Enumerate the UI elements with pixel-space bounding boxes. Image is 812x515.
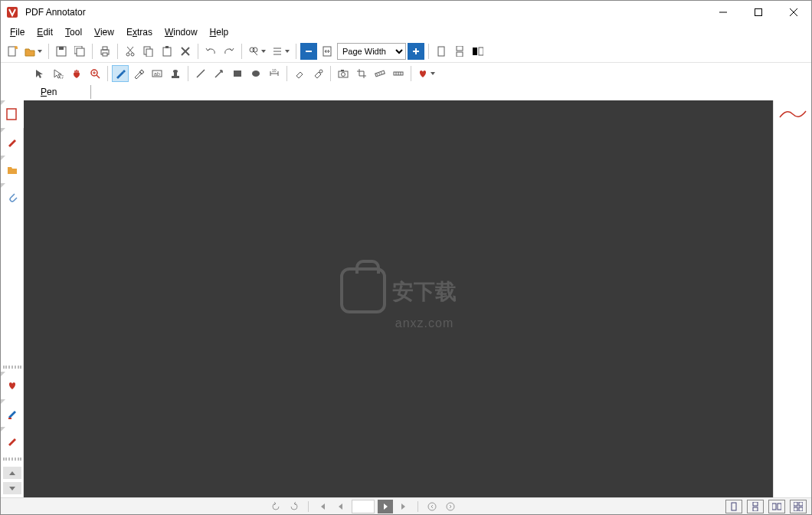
stamp-tool[interactable] bbox=[167, 65, 184, 82]
separator bbox=[308, 501, 309, 512]
line-tool[interactable] bbox=[192, 65, 209, 82]
marker-tool[interactable] bbox=[130, 65, 147, 82]
menu-edit[interactable]: Edit bbox=[31, 25, 59, 39]
layout-two-page-button[interactable] bbox=[768, 500, 785, 513]
svg-rect-63 bbox=[375, 71, 385, 77]
sidebar-tab-bookmarks[interactable] bbox=[1, 156, 24, 183]
paste-button[interactable] bbox=[159, 43, 175, 60]
delete-button[interactable] bbox=[177, 43, 194, 60]
svg-rect-13 bbox=[103, 53, 107, 56]
sidebar-tab-attachments[interactable] bbox=[1, 183, 24, 211]
heart-icon bbox=[7, 380, 18, 391]
first-page-button[interactable] bbox=[315, 500, 330, 513]
sidebar-tab-pen-history[interactable] bbox=[1, 399, 24, 427]
menu-view[interactable]: View bbox=[88, 25, 120, 39]
ellipse-tool[interactable] bbox=[247, 65, 264, 82]
erase-area-tool[interactable] bbox=[309, 65, 326, 82]
ruler-tool[interactable] bbox=[372, 65, 388, 82]
layout-two-continuous-button[interactable] bbox=[790, 500, 807, 513]
last-page-button[interactable] bbox=[396, 500, 411, 513]
sidebar-tab-favorites[interactable] bbox=[1, 372, 24, 399]
svg-point-54 bbox=[252, 71, 260, 77]
find-button[interactable] bbox=[246, 43, 268, 60]
page-indicator[interactable] bbox=[352, 500, 375, 513]
next-page-button[interactable] bbox=[378, 500, 393, 513]
magnify-tool[interactable] bbox=[87, 65, 103, 82]
crop-tool[interactable] bbox=[353, 65, 370, 82]
cut-button[interactable] bbox=[122, 43, 139, 60]
zoom-select[interactable]: Page Width bbox=[337, 43, 406, 60]
zoom-out-button[interactable] bbox=[300, 43, 317, 60]
separator bbox=[286, 66, 287, 81]
measure-tool[interactable] bbox=[390, 65, 407, 82]
separator bbox=[411, 66, 411, 81]
undo-button[interactable] bbox=[202, 43, 219, 60]
continuous-page-button[interactable] bbox=[451, 43, 468, 60]
rail-divider[interactable] bbox=[3, 458, 21, 461]
zoom-in-button[interactable] bbox=[408, 43, 424, 60]
favorite-button[interactable] bbox=[415, 65, 437, 82]
print-button[interactable] bbox=[97, 43, 113, 60]
separator bbox=[92, 44, 93, 59]
rotate-right-button[interactable] bbox=[286, 500, 302, 513]
sidebar-tab-pages[interactable] bbox=[1, 100, 24, 128]
nav-forward-button[interactable] bbox=[443, 500, 458, 513]
rotate-left-button[interactable] bbox=[268, 500, 283, 513]
two-page-button[interactable] bbox=[470, 43, 486, 60]
status-bar bbox=[1, 497, 811, 514]
rail-scroll-up[interactable] bbox=[3, 467, 21, 479]
layout-single-button[interactable] bbox=[725, 500, 742, 513]
options-button[interactable] bbox=[270, 43, 292, 60]
svg-rect-62 bbox=[341, 70, 344, 71]
eraser-tool[interactable] bbox=[291, 65, 308, 82]
arrow-tool[interactable] bbox=[211, 65, 228, 82]
svg-rect-53 bbox=[234, 71, 241, 77]
new-document-button[interactable] bbox=[4, 43, 21, 60]
rectangle-tool[interactable] bbox=[229, 65, 246, 82]
svg-text:10: 10 bbox=[272, 68, 277, 73]
menu-window[interactable]: Window bbox=[159, 25, 204, 39]
minimize-button[interactable] bbox=[706, 1, 741, 24]
pointer-tool[interactable] bbox=[31, 65, 48, 82]
save-all-button[interactable] bbox=[71, 43, 88, 60]
rail-scroll-down[interactable] bbox=[3, 482, 21, 494]
svg-rect-37 bbox=[457, 52, 463, 57]
watermark: 安下载 anxz.com bbox=[340, 267, 457, 330]
svg-rect-35 bbox=[438, 47, 444, 56]
dimension-tool[interactable]: 10 bbox=[266, 65, 283, 82]
tool-label-row: Pen bbox=[1, 84, 811, 100]
svg-rect-39 bbox=[479, 48, 483, 55]
camera-tool[interactable] bbox=[335, 65, 352, 82]
sidebar-tab-annotations[interactable] bbox=[1, 128, 24, 156]
separator bbox=[48, 44, 49, 59]
layout-continuous-button[interactable] bbox=[747, 500, 764, 513]
fit-page-button[interactable] bbox=[319, 43, 336, 60]
menu-extras[interactable]: Extras bbox=[120, 25, 159, 39]
rail-divider[interactable] bbox=[3, 366, 21, 369]
redo-button[interactable] bbox=[221, 43, 237, 60]
separator bbox=[90, 85, 91, 99]
open-button[interactable] bbox=[22, 43, 44, 60]
tools-toolbar: ab 10 bbox=[1, 62, 811, 84]
pen-tool[interactable] bbox=[112, 65, 129, 82]
single-page-button[interactable] bbox=[433, 43, 450, 60]
menu-tool[interactable]: Tool bbox=[59, 25, 88, 39]
prev-page-button[interactable] bbox=[333, 500, 349, 513]
page-icon bbox=[6, 108, 17, 120]
textbox-tool[interactable]: ab bbox=[149, 65, 165, 82]
sidebar-tab-marker-history[interactable] bbox=[1, 427, 24, 454]
svg-point-14 bbox=[126, 53, 129, 56]
copy-button[interactable] bbox=[140, 43, 157, 60]
save-button[interactable] bbox=[53, 43, 70, 60]
svg-point-61 bbox=[342, 72, 345, 76]
pan-tool[interactable] bbox=[68, 65, 85, 82]
close-button[interactable] bbox=[776, 1, 811, 24]
select-tool[interactable] bbox=[50, 65, 67, 82]
current-tool-label: Pen bbox=[34, 87, 63, 97]
nav-back-button[interactable] bbox=[424, 500, 440, 513]
menu-file[interactable]: File bbox=[4, 25, 31, 39]
maximize-button[interactable] bbox=[741, 1, 776, 24]
svg-rect-48 bbox=[172, 76, 179, 78]
menu-help[interactable]: Help bbox=[204, 25, 235, 39]
document-canvas[interactable]: 安下载 anxz.com bbox=[24, 100, 773, 497]
